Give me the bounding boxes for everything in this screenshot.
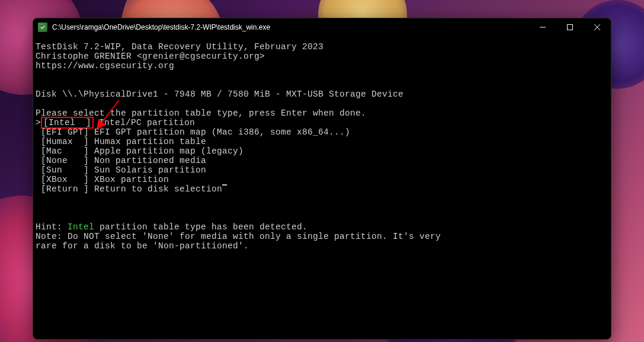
blank-line: [36, 194, 608, 203]
menu-option: [XBox ]: [41, 175, 89, 184]
menu-item-intel[interactable]: >[Intel ] Intel/PC partition: [36, 118, 608, 127]
header-line-1: TestDisk 7.2-WIP, Data Recovery Utility,…: [36, 42, 608, 52]
maximize-button[interactable]: [556, 18, 584, 36]
menu-option: [Intel ]: [43, 118, 91, 127]
menu-item-mac[interactable]: [Mac ] Apple partition map (legacy): [36, 146, 608, 156]
prompt-line: Please select the partition table type, …: [36, 108, 608, 118]
blank-line: [36, 71, 608, 80]
header-line-2: Christophe GRENIER <grenier@cgsecurity.o…: [36, 52, 608, 61]
menu-item-humax[interactable]: [Humax ] Humax partition table: [36, 137, 608, 146]
menu-prefix: [36, 146, 41, 156]
terminal-content[interactable]: TestDisk 7.2-WIP, Data Recovery Utility,…: [33, 36, 611, 253]
app-icon: [38, 23, 47, 32]
window-title: C:\Users\ramga\OneDrive\Desktop\testdisk…: [52, 23, 606, 31]
menu-option: [None ]: [41, 156, 89, 165]
menu-item-return[interactable]: [Return ] Return to disk selection: [36, 184, 608, 194]
svg-rect-2: [568, 25, 573, 30]
disk-info: Disk \\.\PhysicalDrive1 - 7948 MB / 7580…: [36, 90, 608, 99]
selected-highlight: [Intel ]: [41, 117, 94, 129]
menu-description: Sun Solaris partition: [94, 165, 206, 175]
menu-option: [Sun ]: [41, 165, 89, 175]
menu-prefix: [36, 137, 41, 146]
menu-option: [Return ]: [41, 184, 89, 194]
menu-prefix: [36, 175, 41, 184]
menu-description: Humax partition table: [94, 137, 206, 146]
menu-description: Apple partition map (legacy): [94, 146, 243, 156]
menu-option: [Mac ]: [41, 146, 89, 156]
close-button[interactable]: [584, 18, 611, 36]
cursor: [222, 184, 227, 186]
note-line-2: rare for a disk to be 'Non-partitioned'.: [36, 241, 608, 251]
menu-prefix: [36, 165, 41, 175]
terminal-window: C:\Users\ramga\OneDrive\Desktop\testdisk…: [33, 18, 611, 340]
menu-prefix: [36, 127, 41, 137]
menu-option: [EFI GPT]: [41, 127, 89, 137]
blank-line: [36, 80, 608, 90]
menu-prefix: [36, 184, 41, 194]
menu-description: Intel/PC partition: [99, 118, 195, 127]
hint-highlighted: Intel: [68, 222, 94, 232]
hint-prefix: Hint:: [36, 222, 68, 232]
menu-item-sun[interactable]: [Sun ] Sun Solaris partition: [36, 165, 608, 175]
menu-description: XBox partition: [94, 175, 169, 184]
menu-prefix: >: [36, 118, 41, 127]
window-controls: [529, 18, 611, 36]
blank-line: [36, 213, 608, 222]
menu-description: Return to disk selection: [94, 184, 222, 194]
menu-description: EFI GPT partition map (Mac i386, some x8…: [94, 127, 350, 137]
menu-description: Non partitioned media: [94, 156, 206, 165]
hint-line: Hint: Intel partition table type has bee…: [36, 222, 608, 232]
svg-point-0: [40, 24, 46, 30]
hint-suffix: partition table type has been detected.: [94, 222, 307, 232]
header-line-3: https://www.cgsecurity.org: [36, 61, 608, 71]
menu-option: [Humax ]: [41, 137, 89, 146]
menu-item-none[interactable]: [None ] Non partitioned media: [36, 156, 608, 165]
minimize-button[interactable]: [529, 18, 556, 36]
note-line-1: Note: Do NOT select 'None' for media wit…: [36, 232, 608, 241]
menu-prefix: [36, 156, 41, 165]
title-bar[interactable]: C:\Users\ramga\OneDrive\Desktop\testdisk…: [33, 18, 611, 36]
blank-line: [36, 99, 608, 108]
menu-item-xbox[interactable]: [XBox ] XBox partition: [36, 175, 608, 184]
blank-line: [36, 203, 608, 213]
menu-item-efi-gpt[interactable]: [EFI GPT] EFI GPT partition map (Mac i38…: [36, 127, 608, 137]
